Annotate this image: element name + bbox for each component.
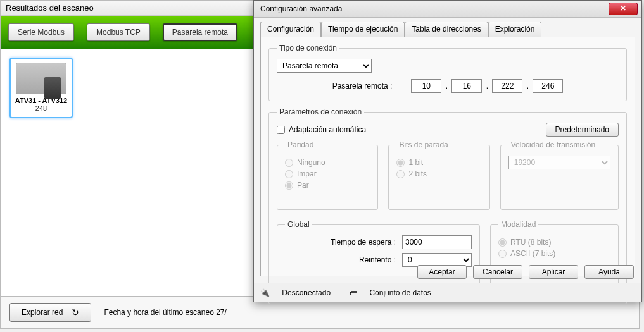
tab-tiempo-ejecucion[interactable]: Tiempo de ejecución (321, 22, 405, 37)
gateway-label: Pasarela remota : (332, 82, 393, 90)
advanced-config-dialog: Configuración avanzada ✕ Configuración T… (253, 0, 642, 302)
device-card[interactable]: ATV31 - ATV312 248 (9, 58, 73, 118)
baud-legend: Velocidad de transmisión (508, 140, 598, 149)
tab-tabla-direcciones[interactable]: Tabla de direcciones (405, 22, 488, 37)
default-button[interactable]: Predeterminado (546, 123, 619, 137)
parity-none-label: Ninguno (297, 158, 325, 167)
connection-params-legend: Parámetros de conexión (277, 108, 364, 116)
status-dataset: Conjunto de datos (369, 288, 431, 297)
connection-type-group: Tipo de conexión Pasarela remota Pasarel… (268, 44, 627, 101)
explore-network-label: Explorar red (22, 308, 63, 317)
parity-even-label: Par (297, 181, 309, 190)
tab-strip: Configuración Tiempo de ejecución Tabla … (260, 22, 635, 37)
auto-adapt-label: Adaptación automática (289, 125, 366, 134)
tab-exploracion[interactable]: Exploración (488, 22, 542, 37)
stopbits-1-radio (396, 159, 405, 167)
last-scan-datetime: Fecha y hora del último escaneo 27/ (104, 308, 226, 317)
baud-select: 19200 (508, 156, 610, 169)
stopbits-group: Bits de parada 1 bit 2 bits (388, 140, 489, 210)
mode-rtu-label: RTU (8 bits) (510, 238, 551, 247)
dialog-titlebar: Configuración avanzada ✕ (254, 1, 641, 18)
cancel-button[interactable]: Cancelar (473, 265, 522, 279)
dialog-body: Configuración Tiempo de ejecución Tabla … (254, 18, 641, 276)
baud-group: Velocidad de transmisión 19200 (500, 140, 619, 210)
device-address: 248 (12, 104, 70, 112)
timeout-input[interactable] (402, 235, 472, 249)
parity-none-radio (285, 159, 293, 167)
explore-network-button[interactable]: Explorar red (9, 303, 91, 322)
dialog-statusbar: Desconectado Conjunto de datos (254, 283, 641, 302)
apply-button[interactable]: Aplicar (529, 265, 578, 279)
ip-octet-2[interactable] (451, 79, 482, 93)
close-icon: ✕ (620, 4, 626, 13)
stopbits-2-label: 2 bits (408, 169, 427, 178)
auto-adapt-checkbox[interactable] (277, 126, 285, 134)
device-name: ATV31 - ATV312 (12, 97, 70, 104)
dialog-footer: Aceptar Cancelar Aplicar Ayuda (254, 261, 641, 283)
connection-type-legend: Tipo de conexión (277, 44, 339, 52)
close-button[interactable]: ✕ (609, 3, 638, 15)
ip-octet-3[interactable] (492, 79, 522, 93)
help-button[interactable]: Ayuda (584, 265, 634, 279)
mode-rtu-radio (498, 238, 507, 247)
mode-ascii-label: ASCII (7 bits) (510, 249, 555, 258)
mode-ascii-radio (498, 250, 507, 258)
parity-even-radio (285, 181, 293, 190)
database-icon (350, 288, 357, 297)
ip-dot: . (522, 79, 533, 93)
ip-octet-4[interactable] (533, 79, 563, 93)
dialog-title: Configuración avanzada (260, 4, 609, 13)
tab-configuracion[interactable]: Configuración (260, 22, 321, 37)
modbus-tcp-button[interactable]: Modbus TCP (87, 23, 150, 41)
connection-type-select[interactable]: Pasarela remota (277, 59, 372, 73)
parity-odd-label: Impar (297, 169, 317, 178)
stopbits-legend: Bits de parada (396, 140, 450, 149)
gateway-ip: . . . (411, 79, 563, 93)
status-disconnected: Desconectado (282, 288, 331, 297)
parity-group: Paridad Ninguno Impar Par (277, 140, 378, 210)
device-thumb-icon (16, 63, 66, 94)
plug-icon (260, 288, 270, 297)
mode-legend: Modalidad (498, 220, 538, 229)
ok-button[interactable]: Aceptar (417, 265, 467, 279)
serie-modbus-button[interactable]: Serie Modbus (8, 23, 74, 41)
stopbits-2-radio (396, 170, 405, 178)
timeout-label: Tiempo de espera : (331, 238, 396, 247)
tab-page-configuracion: Tipo de conexión Pasarela remota Pasarel… (260, 37, 635, 276)
stopbits-1-label: 1 bit (408, 158, 423, 167)
ip-dot: . (482, 79, 492, 93)
ip-octet-1[interactable] (411, 79, 441, 93)
parity-legend: Paridad (285, 140, 316, 149)
parity-odd-radio (285, 170, 293, 178)
ip-dot: . (441, 79, 451, 93)
refresh-icon (72, 307, 79, 317)
pasarela-remota-button[interactable]: Pasarela remota (163, 23, 237, 41)
global-legend: Global (285, 220, 312, 229)
